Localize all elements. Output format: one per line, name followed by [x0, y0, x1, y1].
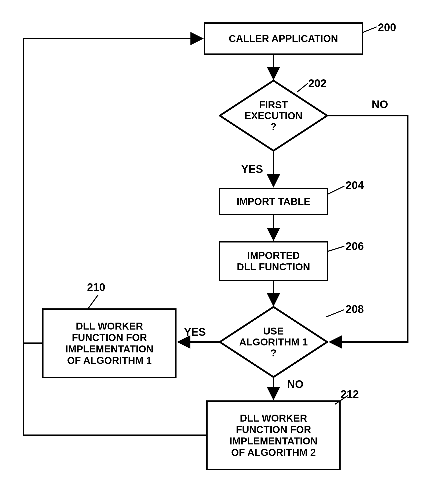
no-label-202: NO	[372, 98, 388, 111]
no-label-208: NO	[287, 378, 304, 390]
caller-application-text: CALLER APPLICATION	[229, 33, 338, 44]
worker-algo2-text: DLL WORKER FUNCTION FOR IMPLEMENTATION O…	[229, 412, 317, 458]
svg-line-13	[88, 295, 98, 308]
svg-line-8	[363, 27, 377, 32]
use-algorithm-diamond: USE ALGORITHM 1 ?	[219, 306, 328, 378]
ref-206: 206	[346, 240, 364, 252]
worker-algo1-text: DLL WORKER FUNCTION FOR IMPLEMENTATION O…	[65, 320, 153, 366]
use-algorithm-text: USE ALGORITHM 1 ?	[239, 326, 308, 358]
import-table-box: IMPORT TABLE	[219, 188, 328, 215]
worker-algo2-box: DLL WORKER FUNCTION FOR IMPLEMENTATION O…	[206, 400, 341, 470]
ref-204: 204	[346, 179, 364, 192]
imported-dll-box: IMPORTED DLL FUNCTION	[219, 241, 328, 281]
import-table-text: IMPORT TABLE	[236, 196, 310, 207]
ref-202: 202	[308, 77, 326, 90]
svg-line-10	[328, 186, 344, 194]
imported-dll-text: IMPORTED DLL FUNCTION	[237, 250, 310, 273]
yes-label-208: YES	[184, 326, 206, 338]
svg-line-12	[326, 310, 344, 317]
ref-210: 210	[87, 281, 105, 293]
worker-algo1-box: DLL WORKER FUNCTION FOR IMPLEMENTATION O…	[42, 308, 177, 378]
first-execution-text: FIRST EXECUTION ?	[244, 99, 302, 132]
ref-208: 208	[346, 303, 364, 315]
caller-application-box: CALLER APPLICATION	[204, 22, 363, 55]
yes-label-202: YES	[241, 163, 263, 175]
first-execution-diamond: FIRST EXECUTION ?	[219, 80, 328, 152]
ref-200: 200	[378, 21, 396, 34]
ref-212: 212	[341, 388, 359, 400]
svg-line-11	[328, 246, 344, 251]
